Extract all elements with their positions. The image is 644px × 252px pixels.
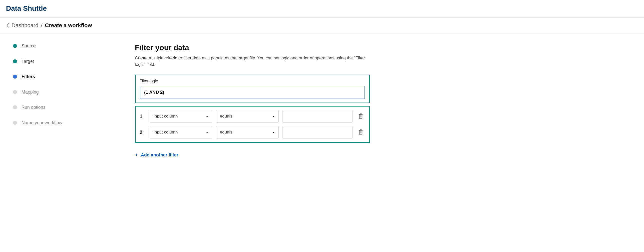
step-label: Target bbox=[22, 59, 34, 64]
delete-filter-button[interactable] bbox=[356, 112, 365, 121]
breadcrumb-current: Create a workflow bbox=[45, 22, 92, 29]
filter-column-value: Input column bbox=[150, 110, 212, 123]
filter-value-input[interactable] bbox=[282, 110, 352, 123]
filter-column-value: Input column bbox=[150, 126, 212, 138]
main-content: Filter your data Create multiple criteri… bbox=[135, 43, 380, 159]
filter-column-select[interactable]: Input column bbox=[150, 110, 212, 123]
sidebar: Source Target Filters Mapping Run option… bbox=[0, 43, 135, 159]
filter-logic-label: Filter logic bbox=[140, 79, 365, 83]
filter-operator-select[interactable]: equals bbox=[216, 126, 278, 138]
filter-logic-input[interactable] bbox=[140, 86, 365, 99]
delete-filter-button[interactable] bbox=[356, 127, 365, 137]
breadcrumb-back-icon[interactable] bbox=[6, 23, 10, 28]
filter-row: 2 Input column equals bbox=[140, 126, 365, 138]
filter-value-input[interactable] bbox=[282, 126, 352, 138]
filter-rows-section: 1 Input column equals bbox=[135, 106, 370, 143]
step-dot-icon bbox=[13, 121, 17, 125]
filter-operator-select[interactable]: equals bbox=[216, 110, 278, 123]
step-source[interactable]: Source bbox=[13, 43, 135, 49]
filter-row-index: 2 bbox=[140, 129, 146, 135]
filter-rows: 1 Input column equals bbox=[140, 110, 365, 138]
step-target[interactable]: Target bbox=[13, 59, 135, 64]
filter-operator-value: equals bbox=[216, 126, 278, 138]
app-title: Data Shuttle bbox=[6, 4, 638, 12]
step-label: Mapping bbox=[22, 90, 39, 95]
step-label: Name your workflow bbox=[22, 120, 62, 126]
step-name-workflow[interactable]: Name your workflow bbox=[13, 120, 135, 126]
page-title: Filter your data bbox=[135, 43, 370, 52]
step-mapping[interactable]: Mapping bbox=[13, 90, 135, 95]
add-filter-label: Add another filter bbox=[141, 152, 178, 158]
step-dot-icon bbox=[13, 59, 17, 63]
step-label: Filters bbox=[22, 74, 35, 80]
breadcrumb-parent[interactable]: Dashboard bbox=[12, 22, 38, 29]
filter-logic-section: Filter logic bbox=[135, 75, 370, 103]
step-run-options[interactable]: Run options bbox=[13, 105, 135, 110]
step-filters[interactable]: Filters bbox=[13, 74, 135, 80]
step-label: Run options bbox=[22, 105, 46, 110]
header: Data Shuttle bbox=[0, 0, 644, 18]
breadcrumb: Dashboard / Create a workflow bbox=[0, 18, 644, 33]
breadcrumb-separator: / bbox=[41, 22, 42, 29]
plus-icon: + bbox=[135, 152, 138, 158]
step-dot-icon bbox=[13, 90, 17, 94]
step-dot-icon bbox=[13, 44, 17, 48]
add-filter-button[interactable]: + Add another filter bbox=[135, 151, 178, 159]
step-label: Source bbox=[22, 43, 36, 49]
filter-column-select[interactable]: Input column bbox=[150, 126, 212, 138]
trash-icon bbox=[358, 129, 364, 136]
step-list: Source Target Filters Mapping Run option… bbox=[13, 43, 135, 126]
layout: Source Target Filters Mapping Run option… bbox=[0, 33, 644, 159]
step-dot-icon bbox=[13, 75, 17, 79]
filter-row-index: 1 bbox=[140, 114, 146, 119]
step-dot-icon bbox=[13, 105, 17, 109]
page-description: Create multiple criteria to filter data … bbox=[135, 55, 370, 68]
filter-operator-value: equals bbox=[216, 110, 278, 123]
filter-row: 1 Input column equals bbox=[140, 110, 365, 123]
trash-icon bbox=[358, 113, 364, 120]
